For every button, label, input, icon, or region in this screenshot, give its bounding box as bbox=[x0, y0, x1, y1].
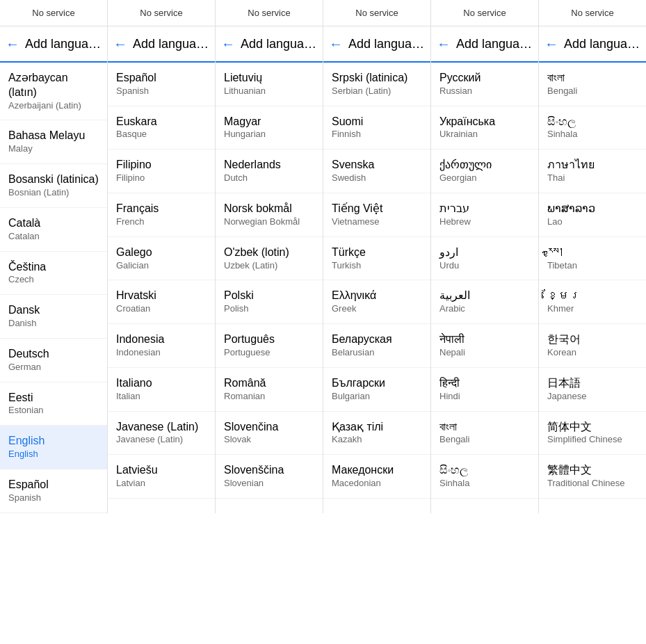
lang-item[interactable]: বাংলাBengali bbox=[431, 412, 538, 456]
lang-item[interactable]: EnglishEnglish bbox=[0, 426, 107, 469]
lang-item[interactable]: Bahasa MelayuMalay bbox=[0, 120, 107, 164]
lang-item[interactable]: नेपालीNepali bbox=[431, 324, 538, 368]
lang-item[interactable]: EspañolSpanish bbox=[0, 469, 107, 513]
lang-item[interactable]: ΕλληνικάGreek bbox=[323, 280, 430, 324]
lang-item[interactable]: МакедонскиMacedonian bbox=[323, 455, 430, 499]
lang-item[interactable]: LietuviųLithuanian bbox=[216, 63, 323, 106]
lang-item[interactable]: УкраїнськаUkrainian bbox=[431, 106, 538, 150]
lang-list-6: বাংলাBengaliසිංහලSinhalaภาษาไทยThaiພາສາລ… bbox=[539, 63, 646, 499]
lang-item[interactable]: SlovenčinaSlovak bbox=[216, 412, 323, 456]
lang-item[interactable]: සිංහලSinhala bbox=[431, 455, 538, 499]
lang-english-name: Vietnamese bbox=[332, 216, 422, 228]
lang-item[interactable]: Javanese (Latin)Javanese (Latin) bbox=[108, 412, 215, 456]
lang-item[interactable]: EuskaraBasque bbox=[108, 106, 215, 150]
lang-english-name: English bbox=[8, 449, 99, 460]
lang-item[interactable]: EspañolSpanish bbox=[108, 63, 215, 106]
lang-english-name: French bbox=[116, 216, 207, 228]
lang-item[interactable]: SuomiFinnish bbox=[323, 106, 430, 150]
back-arrow-4[interactable]: ← bbox=[329, 36, 343, 52]
lang-native-name: Dansk bbox=[8, 303, 99, 318]
lang-item[interactable]: БеларускаяBelarusian bbox=[323, 324, 430, 368]
lang-english-name: Simplified Chinese bbox=[547, 434, 638, 446]
lang-item[interactable]: TürkçeTurkish bbox=[323, 237, 430, 281]
lang-item[interactable]: PortuguêsPortuguese bbox=[216, 324, 323, 368]
lang-list-2: EspañolSpanishEuskaraBasqueFilipinoFilip… bbox=[108, 63, 215, 499]
lang-item[interactable]: SvenskaSwedish bbox=[323, 150, 430, 193]
lang-item[interactable]: FilipinoFilipino bbox=[108, 150, 215, 193]
lang-english-name: Azerbaijani (Latin) bbox=[8, 100, 99, 112]
lang-item[interactable]: ខ្មែរKhmer bbox=[539, 280, 646, 324]
lang-english-name: Kazakh bbox=[332, 434, 422, 446]
lang-item[interactable]: LatviešuLatvian bbox=[108, 455, 215, 499]
lang-item[interactable]: Bosanski (latinica)Bosnian (Latin) bbox=[0, 164, 107, 208]
lang-item[interactable]: EestiEstonian bbox=[0, 383, 107, 426]
lang-item[interactable]: 简体中文Simplified Chinese bbox=[539, 412, 646, 456]
lang-english-name: German bbox=[8, 362, 99, 373]
lang-english-name: Hindi bbox=[439, 391, 530, 403]
lang-item[interactable]: Tiếng ViệtVietnamese bbox=[323, 193, 430, 237]
status-segment-1: No service bbox=[108, 0, 216, 26]
lang-item[interactable]: རྒྱས།Tibetan bbox=[539, 237, 646, 281]
lang-native-name: Hrvatski bbox=[116, 289, 207, 303]
lang-item[interactable]: DanskDanish bbox=[0, 295, 107, 339]
panel-header-3: ←Add language bbox=[216, 26, 323, 63]
lang-item[interactable]: 한국어Korean bbox=[539, 324, 646, 368]
lang-native-name: Português bbox=[224, 332, 314, 347]
panel-header-5: ←Add language bbox=[431, 26, 538, 63]
back-arrow-3[interactable]: ← bbox=[221, 36, 235, 52]
back-arrow-6[interactable]: ← bbox=[544, 36, 558, 52]
lang-item[interactable]: Қазақ тіліKazakh bbox=[323, 412, 430, 456]
lang-native-name: Eesti bbox=[8, 391, 99, 405]
lang-english-name: Slovak bbox=[224, 434, 314, 446]
lang-item[interactable]: FrançaisFrench bbox=[108, 193, 215, 237]
lang-item[interactable]: اردوUrdu bbox=[431, 237, 538, 281]
lang-item[interactable]: العربيةArabic bbox=[431, 280, 538, 324]
lang-item[interactable]: 日本語Japanese bbox=[539, 368, 646, 412]
lang-item[interactable]: ItalianoItalian bbox=[108, 368, 215, 412]
lang-item[interactable]: ČeštinaCzech bbox=[0, 252, 107, 296]
lang-english-name: Filipino bbox=[116, 172, 207, 184]
lang-item[interactable]: O'zbek (lotin)Uzbek (Latin) bbox=[216, 237, 323, 281]
lang-item[interactable]: ພາສາລາວLao bbox=[539, 193, 646, 237]
lang-item[interactable]: Srpski (latinica)Serbian (Latin) bbox=[323, 63, 430, 106]
lang-english-name: Sinhala bbox=[547, 129, 638, 140]
lang-native-name: Azərbaycan (latın) bbox=[8, 71, 99, 100]
lang-item[interactable]: বাংলাBengali bbox=[539, 63, 646, 106]
lang-item[interactable]: ქართულიGeorgian bbox=[431, 150, 538, 193]
lang-native-name: Tiếng Việt bbox=[332, 202, 422, 216]
back-arrow-5[interactable]: ← bbox=[437, 36, 451, 52]
lang-item[interactable]: עבריתHebrew bbox=[431, 193, 538, 237]
lang-native-name: বাংলা bbox=[439, 420, 530, 435]
lang-item[interactable]: Norsk bokmålNorwegian Bokmål bbox=[216, 193, 323, 237]
lang-english-name: Russian bbox=[439, 86, 530, 97]
lang-english-name: Polish bbox=[224, 303, 314, 315]
lang-item[interactable]: MagyarHungarian bbox=[216, 106, 323, 150]
lang-item[interactable]: IndonesiaIndonesian bbox=[108, 324, 215, 368]
panel-header-6: ←Add language bbox=[539, 26, 646, 63]
back-arrow-2[interactable]: ← bbox=[113, 36, 127, 52]
lang-native-name: සිංහල bbox=[547, 115, 638, 129]
lang-item[interactable]: GalegoGalician bbox=[108, 237, 215, 281]
lang-item[interactable]: РусскийRussian bbox=[431, 63, 538, 106]
lang-item[interactable]: ภาษาไทยThai bbox=[539, 150, 646, 193]
lang-native-name: Español bbox=[116, 71, 207, 86]
lang-english-name: Lao bbox=[547, 216, 638, 228]
back-arrow-1[interactable]: ← bbox=[6, 36, 19, 52]
lang-item[interactable]: CatalàCatalan bbox=[0, 208, 107, 252]
lang-item[interactable]: HrvatskiCroatian bbox=[108, 280, 215, 324]
lang-item[interactable]: 繁體中文Traditional Chinese bbox=[539, 455, 646, 499]
lang-item[interactable]: PolskiPolish bbox=[216, 280, 323, 324]
lang-english-name: Swedish bbox=[332, 172, 422, 184]
lang-item[interactable]: Azərbaycan (latın)Azerbaijani (Latin) bbox=[0, 63, 107, 120]
lang-item[interactable]: БългарскиBulgarian bbox=[323, 368, 430, 412]
lang-english-name: Urdu bbox=[439, 260, 530, 272]
lang-item[interactable]: SlovenščinaSlovenian bbox=[216, 455, 323, 499]
lang-native-name: Norsk bokmål bbox=[224, 202, 314, 216]
lang-english-name: Indonesian bbox=[116, 347, 207, 359]
lang-item[interactable]: RomânăRomanian bbox=[216, 368, 323, 412]
lang-item[interactable]: DeutschGerman bbox=[0, 339, 107, 383]
lang-item[interactable]: NederlandsDutch bbox=[216, 150, 323, 193]
lang-item[interactable]: සිංහලSinhala bbox=[539, 106, 646, 150]
lang-item[interactable]: हिन्दीHindi bbox=[431, 368, 538, 412]
header-title-3: Add language bbox=[241, 37, 317, 51]
